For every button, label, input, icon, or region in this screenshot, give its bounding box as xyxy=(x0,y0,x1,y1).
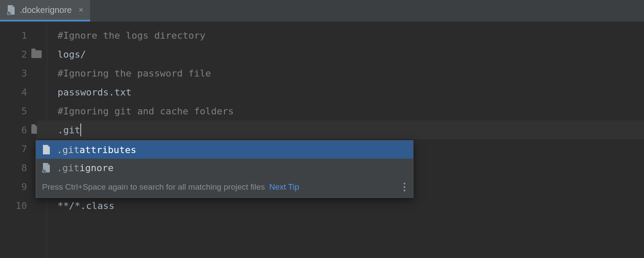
comment-text: #Ignore the logs directory xyxy=(58,30,205,41)
code-text: logs/ xyxy=(58,49,86,60)
line-number: 4 xyxy=(14,87,27,98)
code-line[interactable]: passwords.txt xyxy=(58,83,644,101)
completion-hint-text: Press Ctrl+Space again to search for all… xyxy=(42,182,265,192)
code-line[interactable]: #Ignoring the password file xyxy=(58,64,644,83)
code-text: **/*.class xyxy=(58,200,114,211)
more-options-button[interactable] xyxy=(402,181,407,193)
code-text: passwords.txt xyxy=(58,87,131,98)
code-line[interactable]: #Ignoring git and cache folders xyxy=(58,101,644,120)
gutter: 12345678910 xyxy=(0,22,47,258)
file-ignore-icon xyxy=(42,163,51,173)
close-tab-button[interactable]: × xyxy=(79,6,83,15)
line-number: 6 xyxy=(14,125,27,135)
gutter-row: 10 xyxy=(0,196,47,215)
comment-text: #Ignoring the password file xyxy=(58,68,211,79)
line-number: 8 xyxy=(14,163,27,173)
file-icon xyxy=(42,144,51,155)
line-number: 1 xyxy=(14,30,27,41)
completion-text: .gitattributes xyxy=(57,144,136,155)
text-caret xyxy=(80,123,81,136)
code-text: .git xyxy=(58,125,80,135)
completion-item[interactable]: .gitattributes xyxy=(36,141,413,159)
completion-footer: Press Ctrl+Space again to search for all… xyxy=(36,177,413,197)
gutter-row: 5 xyxy=(0,101,47,120)
line-number: 3 xyxy=(14,68,27,79)
current-line-highlight xyxy=(37,120,644,139)
line-number: 9 xyxy=(14,181,27,192)
line-number: 10 xyxy=(14,200,27,211)
editor: 12345678910 #Ignore the logs directorylo… xyxy=(0,22,644,258)
folder-icon xyxy=(31,50,42,58)
comment-text: #Ignoring git and cache folders xyxy=(58,106,234,117)
gutter-row: 3 xyxy=(0,64,47,83)
code-line[interactable]: logs/ xyxy=(58,45,644,64)
gutter-row: 2 xyxy=(0,45,47,64)
gutter-row: 4 xyxy=(0,83,47,101)
line-number: 7 xyxy=(14,144,27,154)
line-number: 2 xyxy=(14,49,27,60)
next-tip-link[interactable]: Next Tip xyxy=(269,182,299,192)
tab-bar: .dockerignore × xyxy=(0,0,644,22)
code-area[interactable]: #Ignore the logs directorylogs/#Ignoring… xyxy=(47,22,644,258)
code-line[interactable]: #Ignore the logs directory xyxy=(58,26,644,45)
completion-item[interactable]: .gitignore xyxy=(36,159,413,177)
gutter-row: 1 xyxy=(0,26,47,45)
file-ignore-icon xyxy=(7,5,15,15)
completion-text: .gitignore xyxy=(57,163,113,173)
code-line[interactable]: **/*.class xyxy=(58,196,644,215)
tab-filename: .dockerignore xyxy=(20,5,72,15)
line-number: 5 xyxy=(14,106,27,117)
editor-tab[interactable]: .dockerignore × xyxy=(0,0,90,22)
completion-popup: .gitattributes.gitignore Press Ctrl+Spac… xyxy=(36,140,413,198)
